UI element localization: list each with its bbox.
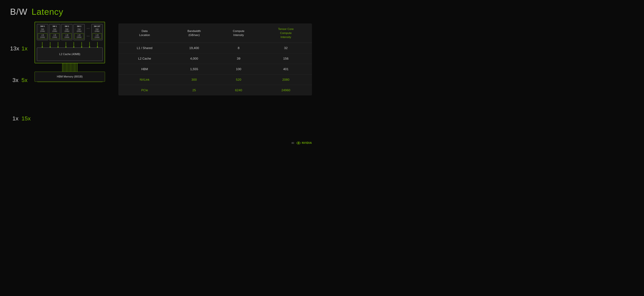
sm-l1-3: L1$(192k) [74, 33, 84, 39]
table-row-l2: L2 Cache 4,000 39 156 [118, 53, 312, 64]
arrow-2 [50, 42, 50, 47]
cell-bw-hbm: 1,555 [171, 64, 217, 75]
footer: 80 NVIDIA [292, 141, 312, 145]
nvidia-eye-icon [296, 141, 301, 145]
nvidia-logo: NVIDIA [296, 141, 312, 145]
page-number: 80 [292, 142, 294, 144]
sm-l1-0: L1$(192k) [38, 33, 47, 39]
sm-box-0: SM 0 regs(256k) L1$(192k) [37, 24, 48, 40]
vline-3 [65, 63, 65, 72]
arrow-8 [97, 42, 98, 47]
header: B/W Latency [10, 7, 312, 17]
table-row-l1: L1 / Shared 19,400 8 32 [118, 43, 312, 53]
label-bw-l2: 3x [10, 77, 18, 83]
col-header-tensor: Tensor CoreComputeIntensity [260, 23, 312, 43]
cell-compute-l1: 8 [218, 43, 260, 53]
cell-tensor-l2: 156 [260, 53, 312, 64]
sm-box-107: SM 107 regs(256k) L1$(192k) [92, 24, 103, 40]
page: B/W Latency 13x 1x 3x 5x 1x 15x [0, 0, 322, 148]
cell-bw-pcie: 25 [171, 85, 217, 96]
vline-12 [77, 63, 77, 72]
cell-tensor-l1: 32 [260, 43, 312, 53]
col-header-bandwidth: Bandwidth(GB/sec) [171, 23, 217, 43]
vertical-lines [34, 63, 105, 72]
cell-tensor-nvlink: 2080 [260, 75, 312, 85]
cell-location-nvlink: NVLink [118, 75, 171, 85]
label-group-l1: 13x 1x [10, 32, 30, 52]
header-latency: Latency [32, 7, 63, 17]
main-content: 13x 1x 3x 5x 1x 15x SM [10, 22, 312, 122]
cell-bw-nvlink: 300 [171, 75, 217, 85]
cell-location-hbm: HBM [118, 64, 171, 75]
cell-tensor-pcie: 24960 [260, 85, 312, 96]
cell-bw-l2: 4,000 [171, 53, 217, 64]
sm-dots: ··· ··· [86, 24, 90, 40]
arrow-4 [66, 42, 66, 47]
labels-column: 13x 1x 3x 5x 1x 15x [10, 22, 30, 122]
sm-box-1: SM 1 regs(256k) L1$(192k) [49, 24, 60, 40]
label-group-l2: 3x 5x [10, 73, 30, 83]
col-header-location: DataLocation [118, 23, 171, 43]
sm-title-3: SM 3 [74, 25, 84, 27]
sm-box-2: SM 2 regs(256k) L1$(192k) [61, 24, 72, 40]
svg-point-1 [298, 143, 299, 143]
arrow-3 [58, 42, 58, 47]
nvidia-label: NVIDIA [302, 142, 312, 145]
table-section: DataLocation Bandwidth(GB/sec) ComputeIn… [118, 23, 312, 95]
sm-title-1: SM 1 [50, 25, 60, 27]
label-bw-hbm: 1x [10, 115, 18, 122]
arrow-7 [90, 42, 90, 47]
table-row-hbm: HBM 1,555 100 401 [118, 64, 312, 75]
hbm-memory-label: HBM Memory (80GB) [57, 75, 83, 78]
cell-bw-l1: 19,400 [171, 43, 217, 53]
gpu-outer-box: SM 0 regs(256k) L1$(192k) SM 1 regs(256k… [34, 22, 105, 63]
arrow-5 [74, 42, 74, 47]
cell-location-l2: L2 Cache [118, 53, 171, 64]
vline-8 [72, 63, 72, 72]
cell-location-l1: L1 / Shared [118, 43, 171, 53]
table-header-row: DataLocation Bandwidth(GB/sec) ComputeIn… [118, 23, 312, 43]
sm-l1-107: L1$(192k) [92, 33, 102, 39]
vline-10 [74, 63, 75, 72]
hbm-container: HBM Memory (80GB) [34, 72, 105, 95]
sm-regs-2: regs(256k) [62, 28, 72, 32]
sm-regs-1: regs(256k) [50, 28, 60, 32]
vline-4 [66, 63, 66, 72]
cell-tensor-hbm: 401 [260, 64, 312, 75]
cell-compute-hbm: 100 [218, 64, 260, 75]
sm-l1-2: L1$(192k) [62, 33, 72, 39]
sm-regs-107: regs(256k) [92, 28, 102, 32]
label-latency-l2: 5x [22, 77, 30, 83]
header-bw: B/W [10, 7, 28, 17]
sm-title-0: SM 0 [38, 25, 47, 27]
sm-regs-3: regs(256k) [74, 28, 84, 32]
l2-cache-label: L2 Cache (40MB) [59, 53, 80, 56]
sm-row: SM 0 regs(256k) L1$(192k) SM 1 regs(256k… [37, 24, 103, 40]
vline-11 [76, 63, 76, 72]
cell-compute-pcie: 6240 [218, 85, 260, 96]
hbm-box-3: HBM Memory (80GB) [34, 72, 105, 82]
table-row-pcie: PCIe 25 6240 24960 [118, 85, 312, 96]
cell-compute-nvlink: 520 [218, 75, 260, 85]
arrows-container [37, 41, 103, 48]
vline-6 [69, 63, 69, 72]
sm-box-3: SM 3 regs(256k) L1$(192k) [74, 24, 85, 40]
label-latency-hbm: 15x [22, 115, 30, 122]
vline-5 [68, 63, 68, 72]
data-table: DataLocation Bandwidth(GB/sec) ComputeIn… [118, 23, 312, 95]
diagram-section: 13x 1x 3x 5x 1x 15x SM [10, 22, 105, 122]
l2-cache-box: L2 Cache (40MB) [37, 48, 103, 61]
sm-regs-0: regs(256k) [38, 28, 47, 32]
arrow-6 [82, 42, 82, 47]
sm-l1-1: L1$(192k) [50, 33, 60, 39]
vline-1 [62, 63, 62, 72]
cell-compute-l2: 39 [218, 53, 260, 64]
vline-7 [70, 63, 70, 72]
label-group-hbm: 1x 15x [10, 100, 30, 122]
cell-location-pcie: PCIe [118, 85, 171, 96]
col-header-compute: ComputeIntensity [218, 23, 260, 43]
table-row-nvlink: NVLink 300 520 2080 [118, 75, 312, 85]
sm-title-2: SM 2 [62, 25, 72, 27]
chip-diagram: SM 0 regs(256k) L1$(192k) SM 1 regs(256k… [34, 22, 105, 95]
arrow-1 [42, 42, 42, 47]
